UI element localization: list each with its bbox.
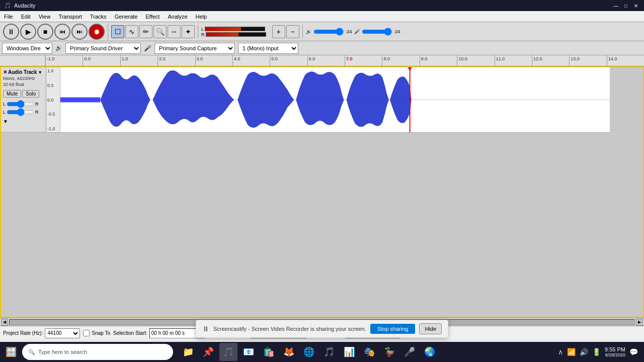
maximize-button[interactable]: □ [622,2,630,10]
taskbar-app-firefox[interactable]: 🦊 [280,343,298,361]
empty-track-area [610,67,643,317]
output-vol-label: 🔊 [306,29,311,34]
ruler-mark: 13.0 [569,55,606,66]
taskbar-app-extra4[interactable]: 🌏 [421,343,439,361]
menu-analyze[interactable]: Analyze [164,13,191,21]
input-volume-slider[interactable] [362,28,392,35]
gain-L-label: L [3,102,6,107]
capture-select[interactable]: Primary Sound Capture [154,43,235,54]
tray-network-icon[interactable]: 📶 [567,348,576,356]
taskbar-app-spotify[interactable]: 🎵 [320,343,338,361]
hide-button[interactable]: Hide [419,323,442,334]
project-rate-group: Project Rate (Hz): 44100 [3,328,80,338]
driver-select[interactable]: Primary Sound Driver [65,43,141,54]
stop-sharing-button[interactable]: Stop sharing [370,324,416,334]
skip-forward-button[interactable]: ⏭ [71,24,88,40]
snap-to-label: Snap To [92,330,110,336]
taskbar-app-mail[interactable]: 📧 [239,343,258,361]
pan-L-label: L [3,110,6,115]
multi-tool[interactable]: ✦ [182,25,195,38]
tray-volume-icon[interactable]: 🔊 [580,348,588,356]
menu-tracks[interactable]: Tracks [86,13,111,21]
scroll-right-button[interactable]: ▶ [636,319,643,326]
svg-rect-1 [60,98,100,103]
stop-button[interactable]: ■ [37,24,53,40]
close-button[interactable]: ✕ [632,2,640,10]
track-dropdown-icon[interactable]: ▼ [38,70,42,75]
track-name: ✕ Audio Track ▼ [3,69,44,75]
mute-button[interactable]: Mute [3,90,21,98]
track-bit-depth: 32-bit float [3,82,44,87]
selection-start-group: Selection Start: [113,328,205,338]
track-controls: ✕ Audio Track ▼ Mono, 44100Hz 32-bit flo… [1,67,46,132]
zoom-out-button[interactable]: − [286,25,299,38]
pause-button[interactable]: ⏸ [3,24,19,40]
window-controls: — □ ✕ [612,2,640,10]
selection-tool[interactable]: ☐ [111,25,124,38]
input-vol-label: 🎤 [354,29,360,34]
playback-device-select[interactable]: Windows Dire [2,43,52,54]
main-area: ✕ Audio Track ▼ Mono, 44100Hz 32-bit flo… [0,66,644,318]
gain-slider[interactable] [7,101,34,108]
zoom-in-button[interactable]: + [272,25,285,38]
track-label: Audio Track [8,69,37,75]
app-title-text: Audacity [14,3,35,9]
search-icon: 🔍 [28,349,35,355]
taskbar-app-pin[interactable]: 📌 [199,343,217,361]
play-button[interactable]: ▶ [20,24,36,40]
ruler-mark: 3.0 [195,55,232,66]
taskbar-search-box[interactable]: 🔍 Type here to search [22,344,173,360]
app-title: 🎵 Audacity [4,3,35,9]
taskbar-app-extra1[interactable]: 🎭 [360,343,378,361]
app-icon: 🎵 [4,3,11,9]
tools-toolbar: ☐ ∿ ✏ 🔍 ↔ ✦ [111,25,198,38]
record-button[interactable]: ⏺ [89,24,105,40]
ruler-left-pad [0,55,45,66]
taskbar-app-extra2[interactable]: 🦆 [380,343,398,361]
menu-transport[interactable]: Transport [54,13,86,21]
envelope-tool[interactable]: ∿ [125,25,138,38]
tray-chevron-icon[interactable]: ∧ [558,348,563,356]
minimize-button[interactable]: — [612,2,620,10]
collapse-icon[interactable]: ▼ [3,119,8,124]
menu-help[interactable]: Help [192,13,211,21]
vu-meter-group: L R [201,27,269,37]
start-button[interactable]: 🪟 [2,343,20,361]
menu-view[interactable]: View [35,13,55,21]
taskbar-app-extra3[interactable]: 🎤 [400,343,419,361]
ruler-mark: 4.0 [232,55,270,66]
scale-neg-one: -1.0 [47,126,59,131]
skip-back-button[interactable]: ⏮ [54,24,70,40]
zoom-tool[interactable]: 🔍 [153,25,167,38]
taskbar-app-store[interactable]: 🛍️ [260,343,278,361]
tray-date: 6/28/2020 [605,352,625,357]
track-waveform[interactable] [60,67,610,132]
pan-slider[interactable] [7,109,34,116]
zoom-toolbar: + − [272,25,303,38]
input-channel-select[interactable]: 1 (Mono) Input [238,43,298,54]
tray-notification-icon[interactable]: 💬 [629,348,638,356]
menu-file[interactable]: File [0,13,17,21]
snap-to-checkbox[interactable] [83,330,90,336]
solo-button[interactable]: Solo [22,90,39,98]
tray-battery-icon[interactable]: 🔋 [592,348,601,356]
taskbar-app-audacity[interactable]: 🎵 [219,343,237,361]
taskbar-app-explorer[interactable]: 📁 [179,343,197,361]
taskbar-app-powerpoint[interactable]: 📊 [340,343,358,361]
output-volume-slider[interactable] [313,28,344,35]
draw-tool[interactable]: ✏ [139,25,152,38]
vu-R-label: R [201,32,205,37]
taskbar-app-chrome[interactable]: 🌐 [300,343,318,361]
gain-slider-row: L R [3,101,44,108]
menu-edit[interactable]: Edit [17,13,35,21]
tray-clock[interactable]: 9:55 PM 6/28/2020 [605,346,625,357]
gain-R-label: R [35,102,39,107]
timeshift-tool[interactable]: ↔ [168,25,181,38]
menu-generate[interactable]: Generate [111,13,142,21]
timeline-ruler: -1.0 0.0 1.0 2.0 3.0 4.0 5.0 6.0 7.0 8.0… [0,55,644,66]
track-close-icon[interactable]: ✕ [3,69,7,75]
project-rate-select[interactable]: 44100 [45,328,80,338]
menu-effect[interactable]: Effect [142,13,164,21]
scroll-left-button[interactable]: ◀ [1,319,8,326]
ruler-mark: 5.0 [270,55,307,66]
